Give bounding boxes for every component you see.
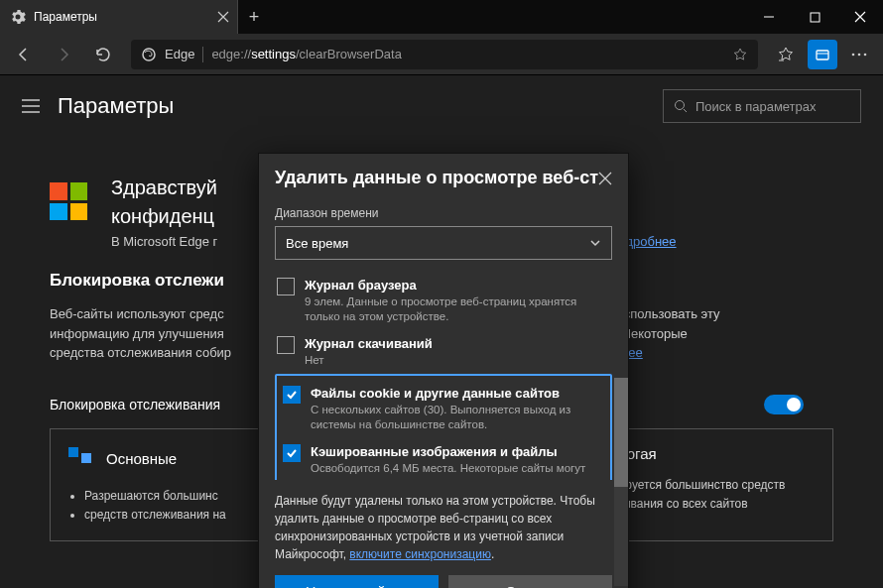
- cancel-button[interactable]: Отмена: [448, 575, 612, 588]
- time-range-label: Диапазон времени: [275, 206, 612, 220]
- svg-rect-8: [81, 453, 91, 463]
- svg-point-5: [864, 53, 867, 56]
- svg-rect-0: [811, 13, 820, 22]
- menu-icon[interactable]: [841, 37, 877, 72]
- svg-point-6: [676, 101, 685, 110]
- tracking-toggle[interactable]: [764, 395, 804, 414]
- edge-icon: [141, 47, 157, 62]
- check-item-history[interactable]: Журнал браузера9 элем. Данные о просмотр…: [275, 272, 612, 330]
- basic-icon: [66, 445, 94, 473]
- microsoft-logo: [50, 182, 87, 220]
- window-controls: [746, 0, 883, 34]
- tab-title: Параметры: [34, 10, 209, 24]
- modal-title: Удалить данные о просмотре веб-стра: [275, 168, 598, 188]
- confirm-button[interactable]: Удалить сейчас: [275, 575, 439, 588]
- checkbox[interactable]: [283, 444, 301, 462]
- time-range-select[interactable]: Все время: [275, 226, 612, 260]
- svg-point-4: [858, 53, 861, 56]
- modal-scrollbar[interactable]: [614, 378, 628, 586]
- titlebar: Параметры +: [0, 0, 883, 34]
- collections-icon[interactable]: [808, 40, 837, 69]
- url-field[interactable]: Edge edge://settings/clearBrowserData: [131, 40, 758, 69]
- maximize-button[interactable]: [792, 0, 837, 34]
- search-icon: [674, 99, 688, 113]
- svg-rect-2: [817, 51, 828, 59]
- check-item-cookies[interactable]: Файлы cookie и другие данные сайтовС нес…: [281, 380, 606, 438]
- page-title: Параметры: [58, 93, 174, 119]
- modal-note: Данные будут удалены только на этом устр…: [275, 492, 612, 563]
- address-bar: Edge edge://settings/clearBrowserData: [0, 34, 883, 75]
- new-tab-button[interactable]: +: [238, 7, 270, 28]
- hamburger-icon[interactable]: [22, 99, 40, 113]
- check-item-cache[interactable]: Кэшированные изображения и файлыОсвободи…: [281, 438, 606, 480]
- close-tab-icon[interactable]: [217, 11, 229, 23]
- svg-point-3: [852, 53, 855, 56]
- checkbox[interactable]: [277, 336, 295, 354]
- back-button[interactable]: [6, 37, 42, 72]
- enable-sync-link[interactable]: включите синхронизацию: [349, 547, 491, 561]
- minimize-button[interactable]: [746, 0, 792, 34]
- page-header: Параметры Поиск в параметрах: [0, 75, 883, 137]
- svg-point-1: [143, 49, 155, 60]
- chevron-down-icon: [589, 237, 601, 249]
- search-input[interactable]: Поиск в параметрах: [663, 89, 861, 123]
- browser-tab[interactable]: Параметры: [0, 0, 238, 34]
- forward-button[interactable]: [46, 37, 81, 72]
- tracking-label: Блокировка отслеживания: [50, 397, 220, 412]
- close-window-button[interactable]: [837, 0, 883, 34]
- refresh-button[interactable]: [85, 37, 121, 72]
- clear-data-modal: Удалить данные о просмотре веб-стра Диап…: [258, 153, 629, 588]
- favorites-icon[interactable]: [768, 37, 804, 72]
- check-item-downloads[interactable]: Журнал скачиванийНет: [275, 330, 612, 374]
- star-icon[interactable]: [732, 47, 748, 62]
- close-modal-icon[interactable]: [598, 172, 612, 185]
- url-text: edge://settings/clearBrowserData: [211, 47, 402, 61]
- checkbox-list: Журнал браузера9 элем. Данные о просмотр…: [275, 272, 612, 480]
- checkbox[interactable]: [283, 386, 301, 404]
- checkbox[interactable]: [277, 278, 295, 295]
- url-brand: Edge: [165, 47, 194, 61]
- gear-icon: [10, 9, 26, 25]
- page: Параметры Поиск в параметрах Здравствуйв…: [0, 75, 883, 588]
- svg-rect-7: [68, 447, 78, 457]
